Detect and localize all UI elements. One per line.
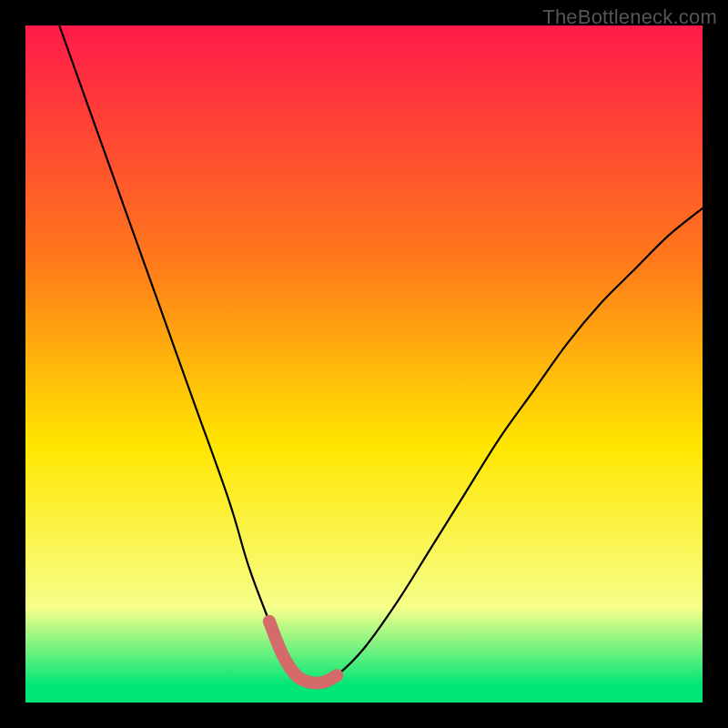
gradient-bg xyxy=(25,25,703,703)
bottleneck-chart xyxy=(25,25,703,703)
chart-frame: TheBottleneck.com xyxy=(0,0,728,728)
watermark-text: TheBottleneck.com xyxy=(542,5,717,29)
plot-area xyxy=(25,25,703,703)
